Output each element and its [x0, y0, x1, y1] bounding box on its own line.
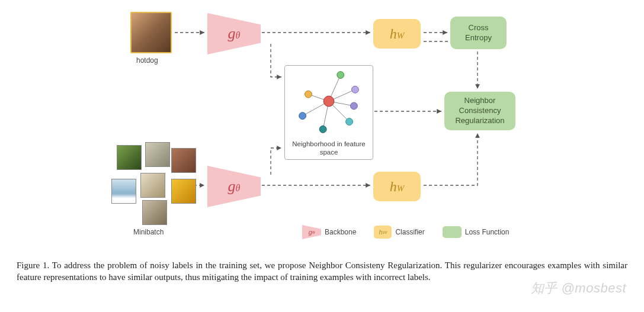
input-image-label: hotdog — [136, 56, 158, 65]
neighbor-node — [319, 126, 326, 133]
neighbor-node — [337, 72, 344, 79]
neighbor-node — [351, 102, 358, 110]
figure-caption: Figure 1. To address the problem of nois… — [17, 259, 627, 284]
legend: gθ Backbone hW Classifier Loss Function — [302, 225, 509, 239]
neighbor-node — [299, 112, 306, 120]
diagram-area: hotdog Minibatch gθ gθ — [101, 6, 551, 249]
neighbor-node — [305, 91, 312, 98]
loss-cross-entropy: Cross Entropy — [450, 17, 507, 49]
classifier-bottom: hW — [373, 172, 421, 201]
backbone-symbol: gθ — [228, 25, 241, 43]
minibatch-cluster — [110, 142, 193, 213]
classifier-symbol: hW — [390, 179, 405, 195]
neighborhood-graph — [285, 66, 373, 137]
backbone-bottom: gθ — [207, 166, 261, 207]
classifier-top: hW — [373, 19, 421, 49]
input-image-single — [130, 12, 172, 53]
legend-classifier-label: Classifier — [395, 228, 424, 236]
minibatch-thumb — [145, 142, 170, 167]
legend-backbone-label: Backbone — [325, 228, 356, 236]
minibatch-thumb — [140, 173, 165, 198]
neighbor-node — [346, 118, 353, 126]
minibatch-thumb — [142, 200, 167, 225]
legend-loss-label: Loss Function — [465, 228, 510, 236]
center-node — [323, 96, 334, 107]
loss-label: Cross Entropy — [465, 23, 492, 43]
legend-classifier: hW Classifier — [374, 226, 424, 239]
classifier-symbol: hW — [390, 26, 405, 42]
minibatch-thumb — [171, 148, 196, 173]
minibatch-label: Minibatch — [133, 228, 164, 236]
neighborhood-caption: Neighborhood in feature space — [285, 139, 373, 158]
legend-backbone-icon: gθ — [302, 225, 321, 239]
loss-ncr: Neighbor Consistency Regularization — [444, 92, 515, 130]
minibatch-thumb — [171, 179, 196, 204]
minibatch-thumb — [117, 145, 142, 170]
backbone-top: gθ — [207, 13, 261, 54]
legend-backbone: gθ Backbone — [302, 225, 356, 239]
neighborhood-panel: Neighborhood in feature space — [284, 65, 373, 160]
legend-loss: Loss Function — [443, 226, 510, 238]
minibatch-thumb — [111, 179, 136, 204]
legend-classifier-icon: hW — [374, 226, 392, 239]
backbone-symbol: gθ — [228, 178, 241, 195]
legend-loss-icon — [443, 226, 462, 238]
neighbor-node — [351, 86, 358, 93]
loss-label: Neighbor Consistency Regularization — [455, 96, 504, 126]
